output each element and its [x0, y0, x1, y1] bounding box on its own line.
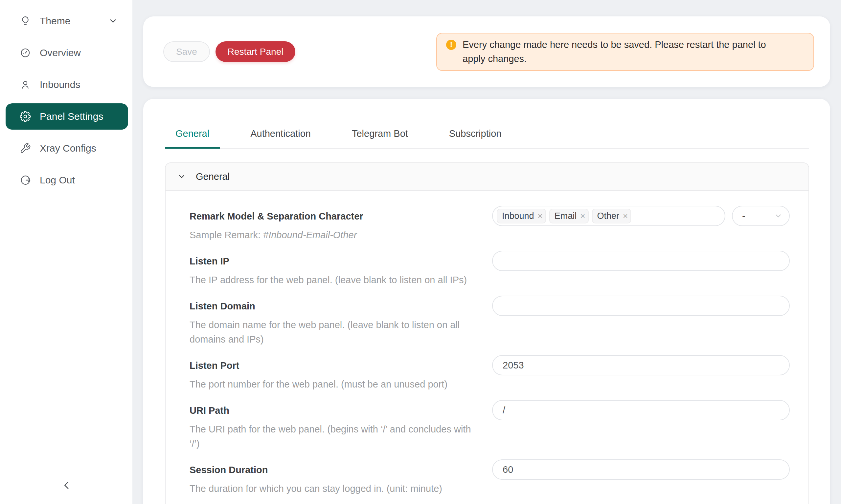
field-controls: Inbound × Email × Other × [492, 206, 790, 242]
field-labels: Session Duration The duration for which … [190, 464, 479, 496]
warning-text: Every change made here needs to be saved… [463, 38, 788, 66]
restart-panel-button[interactable]: Restart Panel [216, 41, 296, 62]
field-label: Remark Model & Separation Character [190, 210, 479, 222]
field-controls [492, 460, 790, 496]
tag-inbound: Inbound × [497, 209, 546, 223]
sidebar-item-panel-settings[interactable]: Panel Settings [5, 103, 128, 130]
save-button[interactable]: Save [163, 41, 210, 62]
field-hint: Sample Remark: #Inbound-Email-Other [190, 228, 479, 242]
listen-port-input[interactable] [492, 355, 790, 375]
gear-icon [20, 111, 31, 122]
remove-tag-icon[interactable]: × [623, 212, 628, 220]
general-collapse-header[interactable]: General [166, 163, 808, 191]
action-bar-card: Save Restart Panel ! Every change made h… [143, 16, 830, 87]
field-label: Listen IP [190, 255, 479, 267]
field-controls [492, 400, 790, 451]
sidebar-nav: Theme Overview [0, 0, 132, 193]
sidebar-item-label: Theme [40, 15, 70, 26]
field-row-remark-model: Remark Model & Separation Character Samp… [190, 210, 790, 242]
sidebar-item-label: Overview [40, 47, 81, 58]
sidebar-item-xray-configs[interactable]: Xray Configs [5, 135, 128, 161]
field-row-listen-domain: Listen Domain The domain name for the we… [190, 300, 790, 346]
field-hint: The port number for the web panel. (must… [190, 377, 479, 392]
field-hint: The IP address for the web panel. (leave… [190, 273, 479, 287]
warning-icon: ! [446, 40, 456, 50]
sidebar-item-log-out[interactable]: Log Out [5, 167, 128, 193]
field-controls [492, 295, 790, 346]
panel-settings-card: General Authentication Telegram Bot Subs… [143, 99, 830, 504]
remove-tag-icon[interactable]: × [538, 212, 543, 220]
tag-email: Email × [549, 209, 589, 223]
uri-path-input[interactable] [492, 400, 790, 420]
user-icon [20, 79, 31, 90]
chevron-down-icon [108, 16, 118, 25]
field-row-listen-port: Listen Port The port number for the web … [190, 360, 790, 392]
general-collapse-panel: General Remark Model & Separation Charac… [165, 162, 809, 504]
field-row-uri-path: URI Path The URI path for the web panel.… [190, 404, 790, 451]
remark-model-multiselect[interactable]: Inbound × Email × Other × [492, 206, 725, 226]
field-labels: Remark Model & Separation Character Samp… [190, 210, 479, 242]
field-labels: Listen IP The IP address for the web pan… [190, 255, 479, 287]
listen-domain-input[interactable] [492, 295, 790, 316]
field-hint: The duration for which you can stay logg… [190, 481, 479, 496]
remove-tag-icon[interactable]: × [580, 212, 585, 220]
section-title: General [196, 171, 230, 182]
listen-ip-input[interactable] [492, 251, 790, 271]
tab-subscription[interactable]: Subscription [439, 119, 512, 148]
sidebar-item-theme[interactable]: Theme [5, 8, 128, 34]
dashboard-icon [20, 47, 31, 58]
field-hint: The URI path for the web panel. (begins … [190, 422, 479, 451]
tab-general[interactable]: General [165, 119, 220, 148]
separator-value: - [742, 211, 745, 221]
field-controls [492, 355, 790, 392]
chevron-left-icon [61, 480, 72, 491]
lightbulb-icon [20, 15, 31, 26]
chevron-down-icon [774, 212, 783, 220]
sample-remark-value: #Inbound-Email-Other [263, 230, 357, 240]
field-labels: Listen Domain The domain name for the we… [190, 300, 479, 346]
field-row-listen-ip: Listen IP The IP address for the web pan… [190, 255, 790, 287]
tab-authentication[interactable]: Authentication [240, 119, 321, 148]
field-label: Session Duration [190, 464, 479, 476]
field-hint: The domain name for the web panel. (leav… [190, 318, 479, 346]
general-form: Remark Model & Separation Character Samp… [166, 191, 808, 504]
sidebar-item-label: Log Out [40, 175, 75, 186]
field-labels: Listen Port The port number for the web … [190, 360, 479, 392]
field-controls [492, 251, 790, 287]
sidebar-item-overview[interactable]: Overview [5, 40, 128, 66]
tab-telegram-bot[interactable]: Telegram Bot [341, 119, 418, 148]
field-label: URI Path [190, 404, 479, 416]
sidebar: Theme Overview [0, 0, 132, 504]
tag-other: Other × [592, 209, 631, 223]
field-labels: URI Path The URI path for the web panel.… [190, 404, 479, 451]
logout-icon [20, 175, 31, 186]
sidebar-item-label: Xray Configs [40, 143, 96, 154]
main-content: Save Restart Panel ! Every change made h… [132, 0, 841, 504]
wrench-icon [20, 143, 31, 154]
sidebar-collapse-button[interactable] [58, 476, 75, 494]
sidebar-item-label: Inbounds [40, 79, 80, 90]
chevron-down-icon [177, 172, 186, 181]
separator-select[interactable]: - [732, 206, 790, 226]
sidebar-item-label: Panel Settings [40, 111, 103, 122]
session-duration-input[interactable] [492, 460, 790, 480]
sidebar-item-inbounds[interactable]: Inbounds [5, 72, 128, 98]
field-label: Listen Port [190, 360, 479, 372]
settings-tabs: General Authentication Telegram Bot Subs… [165, 119, 809, 149]
field-label: Listen Domain [190, 300, 479, 312]
field-row-session-duration: Session Duration The duration for which … [190, 464, 790, 496]
restart-warning-alert: ! Every change made here needs to be sav… [436, 33, 814, 71]
